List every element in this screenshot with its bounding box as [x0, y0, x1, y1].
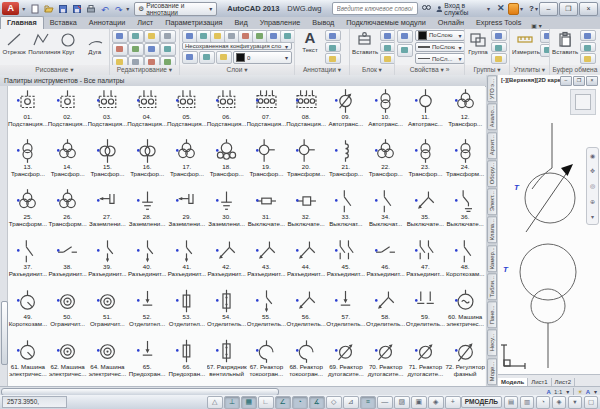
palette-item[interactable]: 25.Трансформ... — [8, 186, 48, 236]
layer-match-icon[interactable] — [280, 30, 294, 43]
palette-item[interactable]: 42.Разъединит... — [207, 236, 247, 286]
help-button[interactable]: ? — [529, 4, 534, 13]
tab-7[interactable]: Управление — [254, 17, 307, 29]
array-icon[interactable] — [160, 43, 176, 56]
block-attributes-icon[interactable] — [380, 53, 394, 64]
palette-item[interactable]: 71. Реактордугогасите... — [406, 336, 446, 386]
insert-block-button[interactable]: Вставить — [352, 30, 378, 64]
paste-special-icon[interactable] — [580, 53, 596, 64]
save-icon[interactable] — [56, 3, 69, 15]
palette-item[interactable]: 43.Разъединит... — [247, 236, 287, 286]
exchange-apps-icon[interactable] — [508, 3, 519, 15]
properties-list-icon[interactable] — [397, 44, 413, 57]
palette-item[interactable]: 16.Трансфор... — [127, 136, 167, 186]
palette-item[interactable]: 52.Отделител... — [127, 286, 167, 336]
app-menu-caret-icon[interactable]: ▾ — [22, 5, 25, 12]
palette-item[interactable]: 67. Реактортокоогран... — [247, 336, 287, 386]
palette-item[interactable]: 72. Регуляторфазный — [445, 336, 485, 386]
palette-item[interactable]: 07.Подстанция... — [247, 86, 287, 136]
layout-tab-2[interactable]: Лист1 — [528, 378, 551, 386]
autodesk-exchange-icon[interactable]: ✕ — [496, 3, 506, 14]
palette-item[interactable]: 33.Выключат... — [326, 186, 366, 236]
drawing-canvas[interactable]: [-][Верхняя][2D каркас] – ❐ × ◉ ✥ ◎ ⊕ ▾ … — [498, 75, 600, 386]
save-as-icon[interactable] — [70, 3, 83, 15]
layer-state-dropdown[interactable]: Несохраненная конфигурация сло▾ — [182, 42, 292, 50]
help-search-box[interactable] — [332, 2, 418, 15]
palette-tab-4[interactable]: Обору... — [487, 160, 497, 187]
palette-item[interactable]: 56.Отделитель... — [286, 286, 326, 336]
viewport-controls[interactable]: [-][Верхняя][2D каркас] — [501, 77, 569, 83]
ortho-toggle[interactable]: ∟ — [258, 396, 274, 409]
maximize-button[interactable]: ❐ — [559, 2, 578, 16]
palette-item[interactable]: 26.Трансформ... — [48, 186, 88, 236]
annotation-monitor-icon[interactable]: ◔ — [536, 396, 550, 409]
palette-item[interactable]: 48.Короткозам... — [445, 236, 485, 286]
leader-icon[interactable] — [325, 42, 341, 53]
paper-model-toggle[interactable]: РМОДЕЛЬ — [461, 396, 502, 408]
table-icon[interactable] — [325, 53, 341, 64]
fillet-icon[interactable] — [144, 43, 160, 56]
circle-button[interactable]: Круг — [56, 30, 80, 64]
copy-clip-icon[interactable] — [580, 42, 596, 53]
tab-6[interactable]: Вид — [229, 17, 254, 29]
palette-item[interactable]: 13.Трансфор... — [8, 136, 48, 186]
palette-item[interactable]: 04.Подстанция... — [127, 86, 167, 136]
panel-groups-label[interactable]: Группы ▾ — [465, 65, 509, 75]
zoom-icon[interactable]: ◎ — [590, 182, 595, 189]
minimize-button[interactable]: – — [539, 2, 558, 16]
layer-lock-unlock-icon[interactable] — [216, 51, 232, 64]
palette-scrollbar-thumb[interactable] — [1, 301, 8, 365]
tpy-toggle[interactable]: ▨ — [394, 396, 410, 409]
palette-item[interactable]: 23.Трансфор... — [406, 136, 446, 186]
palette-item[interactable]: 32.Выключате... — [286, 186, 326, 236]
palette-tab-8[interactable]: Табли... — [487, 273, 497, 300]
palette-item[interactable]: 35.Выключате... — [406, 186, 446, 236]
orbit-icon[interactable]: ⊕ — [590, 198, 595, 205]
tab-10[interactable]: Онлайн — [432, 17, 470, 29]
move-icon[interactable] — [112, 30, 128, 43]
paste-button[interactable]: Вставить — [552, 30, 578, 64]
panel-properties-label[interactable]: Свойства ▾ » — [395, 65, 464, 75]
undo-icon[interactable]: ↶ — [98, 3, 111, 15]
object-color-dropdown[interactable]: ПоСлою▾ — [415, 30, 464, 41]
annotation-scale-value[interactable]: 1:1 — [554, 389, 562, 395]
new-icon[interactable] — [28, 3, 41, 15]
tab-1[interactable]: Главная — [0, 16, 44, 29]
explode-icon[interactable] — [160, 56, 176, 65]
palette-tab-5[interactable]: Элект... — [487, 188, 497, 215]
quickview-drawings-icon[interactable]: ▥ — [520, 396, 534, 409]
palette-item[interactable]: 67. Разрядниквентильный — [207, 336, 247, 386]
layer-sun-icon[interactable] — [199, 51, 215, 64]
text-button[interactable]: A Текст — [297, 30, 323, 64]
palette-item[interactable]: 58.Отделитель... — [366, 286, 406, 336]
annotation-visibility-icon[interactable]: ☀ — [577, 388, 582, 395]
layout-tab-1[interactable]: Модель — [498, 378, 528, 386]
otrack-toggle[interactable]: ∡ — [309, 396, 325, 409]
palette-item[interactable]: 60. Машинаэлектричес... — [445, 286, 485, 336]
palette-item[interactable]: 12.Трансфор... — [445, 86, 485, 136]
palette-item[interactable]: 29.Заземлени... — [167, 186, 207, 236]
layer-dropdown[interactable]: 0▾ — [233, 51, 292, 64]
doc-minimize-button[interactable]: – — [560, 76, 572, 86]
qp-toggle[interactable]: ▣ — [411, 396, 427, 409]
open-icon[interactable] — [42, 3, 55, 15]
group-edit-icon[interactable] — [491, 42, 507, 53]
workspace-switcher[interactable]: ⚙ Рисование и аннотации ▾ — [134, 2, 217, 16]
dyn-toggle[interactable]: ≡ — [360, 396, 376, 409]
tab-9[interactable]: Подключаемые модули — [340, 17, 432, 29]
status-menu-icon[interactable]: ▾ — [568, 396, 582, 409]
palette-item[interactable]: 14.Трансфор... — [48, 136, 88, 186]
grid-toggle[interactable]: ▦ — [241, 396, 257, 409]
quick-calc-icon[interactable] — [540, 30, 549, 43]
palette-item[interactable]: 27.Заземлени... — [88, 186, 128, 236]
panel-utilities-label[interactable]: Утилиты ▾ — [510, 65, 549, 75]
palette-item[interactable]: 18.Трансфор... — [207, 136, 247, 186]
close-button[interactable]: × — [579, 2, 598, 16]
full-nav-wheel-icon[interactable]: ◉ — [590, 152, 595, 159]
polar-toggle[interactable]: ∠ — [275, 396, 291, 409]
navigation-bar[interactable]: ◉ ✥ ◎ ⊕ ▾ — [586, 147, 599, 225]
edit-block-icon[interactable] — [380, 42, 394, 53]
quickview-layouts-icon[interactable]: ▤ — [504, 396, 518, 409]
stretch-icon[interactable] — [112, 56, 128, 65]
layer-on-off-icon[interactable] — [182, 51, 198, 64]
